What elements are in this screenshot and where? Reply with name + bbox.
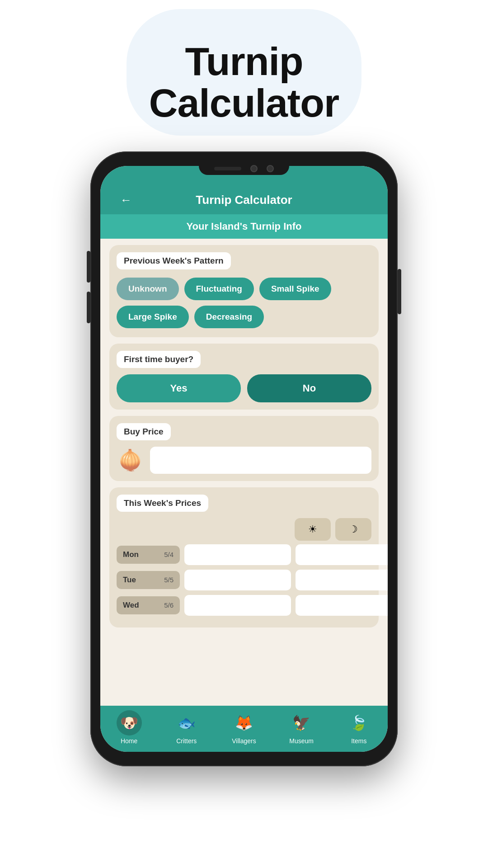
first-time-buyer-card: First time buyer? Yes No bbox=[109, 344, 379, 410]
sun-icon-button[interactable]: ☀ bbox=[295, 518, 331, 541]
price-row-wed: Wed 5/6 bbox=[117, 595, 371, 616]
home-icon: 🐶 bbox=[118, 711, 140, 735]
app-content: Previous Week's Pattern Unknown Fluctuat… bbox=[100, 239, 388, 706]
critters-emoji-wrap: 🐟 bbox=[174, 710, 199, 736]
home-emoji-wrap: 🐶 bbox=[117, 710, 142, 736]
wed-label: Wed 5/6 bbox=[117, 596, 180, 614]
nav-item-items[interactable]: 🍃 Items bbox=[346, 710, 371, 745]
mon-label: Mon 5/4 bbox=[117, 546, 180, 564]
header-title: Turnip Calculator bbox=[196, 193, 292, 207]
this-week-prices-card: This Week's Prices ☀ ☽ Mon bbox=[109, 487, 379, 627]
pattern-btn-decreasing[interactable]: Decreasing bbox=[194, 306, 264, 328]
header-title-wrap: ← Turnip Calculator bbox=[111, 193, 377, 207]
buyer-buttons: Yes No bbox=[117, 374, 371, 402]
items-label: Items bbox=[351, 737, 366, 745]
buy-price-label: Buy Price bbox=[117, 423, 171, 440]
mon-date: 5/4 bbox=[164, 551, 174, 558]
villagers-emoji-wrap: 🦊 bbox=[231, 710, 257, 736]
power-button bbox=[398, 269, 401, 314]
volume-down-button bbox=[87, 292, 90, 323]
wed-name: Wed bbox=[123, 601, 139, 610]
phone-device: ← Turnip Calculator Your Island's Turnip… bbox=[90, 151, 398, 766]
title-line1: Turnip bbox=[185, 39, 303, 84]
pattern-btn-unknown[interactable]: Unknown bbox=[117, 278, 179, 300]
mon-name: Mon bbox=[123, 550, 139, 559]
buy-price-row: 🧅 bbox=[117, 447, 371, 474]
tue-pm-input[interactable] bbox=[296, 570, 388, 590]
previous-week-pattern-card: Previous Week's Pattern Unknown Fluctuat… bbox=[109, 245, 379, 337]
back-button[interactable]: ← bbox=[120, 193, 132, 207]
section-banner: Your Island's Turnip Info bbox=[100, 214, 388, 239]
critters-label: Critters bbox=[176, 737, 197, 745]
phone-screen: ← Turnip Calculator Your Island's Turnip… bbox=[100, 166, 388, 752]
pattern-buttons: Unknown Fluctuating Small Spike Large Sp… bbox=[117, 276, 371, 330]
nav-item-museum[interactable]: 🦅 Museum bbox=[289, 710, 314, 745]
items-icon: 🍃 bbox=[347, 711, 371, 735]
nav-item-home[interactable]: 🐶 Home bbox=[117, 710, 142, 745]
price-row-tue: Tue 5/5 bbox=[117, 570, 371, 590]
prices-header: ☀ ☽ bbox=[117, 518, 371, 541]
wed-date: 5/6 bbox=[164, 601, 174, 609]
pattern-btn-fluctuating[interactable]: Fluctuating bbox=[184, 278, 254, 300]
front-camera bbox=[250, 165, 258, 172]
speaker bbox=[214, 167, 241, 170]
buy-price-input[interactable] bbox=[150, 447, 371, 474]
volume-up-button bbox=[87, 251, 90, 283]
home-label: Home bbox=[121, 737, 137, 745]
moon-icon: ☽ bbox=[349, 524, 358, 535]
museum-emoji-wrap: 🦅 bbox=[289, 710, 314, 736]
wed-pm-input[interactable] bbox=[296, 595, 388, 616]
yes-button[interactable]: Yes bbox=[117, 374, 241, 402]
critters-icon: 🐟 bbox=[175, 711, 198, 735]
tue-name: Tue bbox=[123, 576, 136, 585]
pattern-btn-large-spike[interactable]: Large Spike bbox=[117, 306, 189, 328]
wed-am-input[interactable] bbox=[184, 595, 291, 616]
villagers-label: Villagers bbox=[232, 737, 256, 745]
tue-label: Tue 5/5 bbox=[117, 571, 180, 589]
items-emoji-wrap: 🍃 bbox=[346, 710, 371, 736]
front-sensor bbox=[267, 165, 274, 172]
page-wrapper: Turnip Calculator ← Turnip Calculator bbox=[0, 0, 488, 868]
museum-label: Museum bbox=[289, 737, 314, 745]
first-time-buyer-label: First time buyer? bbox=[117, 351, 201, 368]
section-banner-text: Your Island's Turnip Info bbox=[187, 221, 302, 232]
title-line2: Calculator bbox=[149, 80, 339, 125]
page-title: Turnip Calculator bbox=[149, 41, 339, 124]
museum-icon: 🦅 bbox=[290, 711, 313, 735]
nav-item-villagers[interactable]: 🦊 Villagers bbox=[231, 710, 257, 745]
buy-price-card: Buy Price 🧅 bbox=[109, 416, 379, 481]
tue-am-input[interactable] bbox=[184, 570, 291, 590]
pattern-btn-small-spike[interactable]: Small Spike bbox=[259, 278, 331, 300]
villagers-icon: 🦊 bbox=[232, 711, 256, 735]
moon-icon-button[interactable]: ☽ bbox=[335, 518, 371, 541]
phone-notch bbox=[199, 162, 289, 175]
previous-week-label: Previous Week's Pattern bbox=[117, 252, 231, 269]
mon-am-input[interactable] bbox=[184, 544, 291, 565]
bottom-nav: 🐶 Home 🐟 Critters 🦊 Villagers bbox=[100, 706, 388, 752]
nav-item-critters[interactable]: 🐟 Critters bbox=[174, 710, 199, 745]
mon-pm-input[interactable] bbox=[296, 544, 388, 565]
sun-icon: ☀ bbox=[308, 524, 317, 535]
this-week-prices-label: This Week's Prices bbox=[117, 495, 208, 512]
page-title-container: Turnip Calculator bbox=[149, 41, 339, 124]
tue-date: 5/5 bbox=[164, 576, 174, 584]
price-row-mon: Mon 5/4 bbox=[117, 544, 371, 565]
turnip-icon: 🧅 bbox=[117, 448, 144, 472]
no-button[interactable]: No bbox=[247, 374, 371, 402]
